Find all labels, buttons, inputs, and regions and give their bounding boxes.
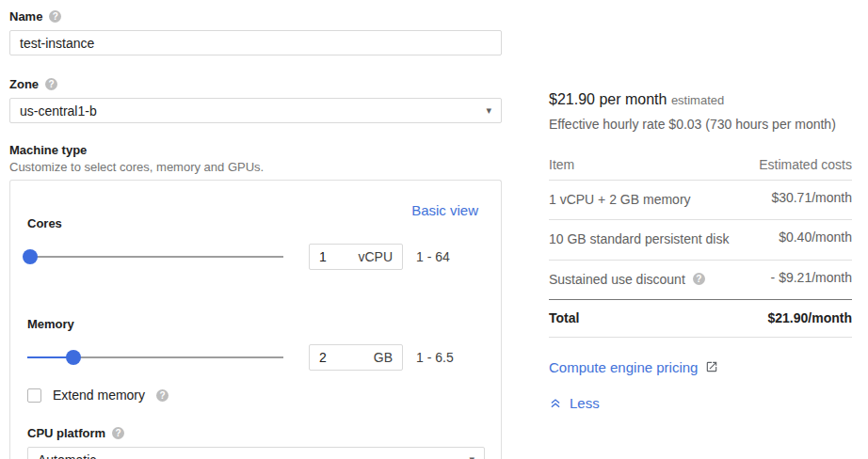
costs-column-header: Estimated costs	[759, 157, 852, 172]
table-row: 1 vCPU + 2 GB memory $30.71/month	[549, 181, 852, 220]
cores-slider[interactable]	[27, 244, 283, 270]
cores-input[interactable]: 1 vCPU	[309, 244, 403, 270]
zone-label: Zone	[9, 77, 39, 91]
chevron-down-icon: ▾	[486, 105, 491, 116]
extend-memory-label: Extend memory	[53, 388, 145, 403]
total-label: Total	[549, 310, 579, 325]
cost-value: - $9.21/month	[771, 270, 852, 285]
help-icon[interactable]: ?	[693, 273, 705, 285]
cost-value: $0.40/month	[779, 230, 852, 245]
item-column-header: Item	[549, 157, 574, 172]
machine-type-panel: Basic view Cores 1 vCPU 1 - 64 Memory	[9, 180, 502, 459]
total-value: $21.90/month	[768, 310, 852, 325]
cpu-platform-label: CPU platform	[27, 426, 105, 440]
monthly-price-heading: $21.90 per month estimated	[549, 91, 852, 108]
create-instance-form: Name ? Zone ? us-central1-b ▾ Machine ty…	[0, 0, 868, 459]
cost-item: 10 GB standard persistent disk	[549, 230, 729, 248]
cost-item: 1 vCPU + 2 GB memory	[549, 190, 691, 209]
memory-unit: GB	[374, 350, 393, 365]
zone-select[interactable]: us-central1-b ▾	[9, 98, 502, 123]
memory-label: Memory	[27, 270, 484, 331]
help-icon[interactable]: ?	[156, 389, 169, 402]
memory-range: 1 - 6.5	[416, 350, 454, 365]
less-label: Less	[570, 395, 600, 411]
cost-estimate-panel: $21.90 per month estimated Effective hou…	[549, 0, 852, 411]
help-icon[interactable]: ?	[112, 427, 124, 439]
machine-type-description: Customize to select cores, memory and GP…	[9, 160, 502, 174]
slider-thumb[interactable]	[23, 249, 38, 264]
machine-type-label: Machine type	[9, 143, 502, 157]
monthly-price: $21.90 per month	[549, 91, 667, 107]
chevron-down-icon: ▾	[469, 454, 474, 459]
cores-range: 1 - 64	[416, 249, 450, 264]
help-icon[interactable]: ?	[45, 78, 57, 90]
total-row: Total $21.90/month	[549, 299, 852, 338]
help-icon[interactable]: ?	[49, 10, 61, 23]
cost-table: Item Estimated costs 1 vCPU + 2 GB memor…	[549, 151, 852, 338]
memory-value: 2	[319, 350, 327, 365]
table-row: 10 GB standard persistent disk $0.40/mon…	[549, 220, 852, 260]
cores-unit: vCPU	[358, 249, 393, 264]
basic-view-link[interactable]: Basic view	[411, 202, 478, 218]
slider-track	[27, 256, 283, 258]
cores-value: 1	[319, 249, 327, 264]
extend-memory-checkbox[interactable]	[27, 388, 41, 403]
memory-input[interactable]: 2 GB	[309, 344, 403, 371]
slider-thumb[interactable]	[66, 350, 81, 365]
instance-config-column: Name ? Zone ? us-central1-b ▾ Machine ty…	[9, 0, 502, 459]
cost-item: Sustained use discount	[549, 270, 685, 289]
hourly-rate-note: Effective hourly rate $0.03 (730 hours p…	[549, 117, 852, 132]
external-link-icon	[705, 360, 718, 373]
cpu-platform-value: Automatic	[38, 452, 96, 459]
name-label: Name	[9, 9, 42, 24]
compute-engine-pricing-link[interactable]: Compute engine pricing	[549, 359, 698, 375]
estimated-label: estimated	[671, 93, 724, 107]
zone-value: us-central1-b	[20, 103, 97, 119]
cpu-platform-select[interactable]: Automatic ▾	[27, 447, 485, 459]
collapse-less-button[interactable]: Less	[549, 395, 852, 411]
cost-value: $30.71/month	[771, 190, 852, 205]
memory-slider[interactable]	[27, 344, 283, 371]
table-row: Sustained use discount ? - $9.21/month	[549, 261, 852, 300]
name-input[interactable]	[9, 30, 502, 55]
double-chevron-up-icon	[549, 396, 562, 409]
cost-table-header: Item Estimated costs	[549, 151, 852, 181]
